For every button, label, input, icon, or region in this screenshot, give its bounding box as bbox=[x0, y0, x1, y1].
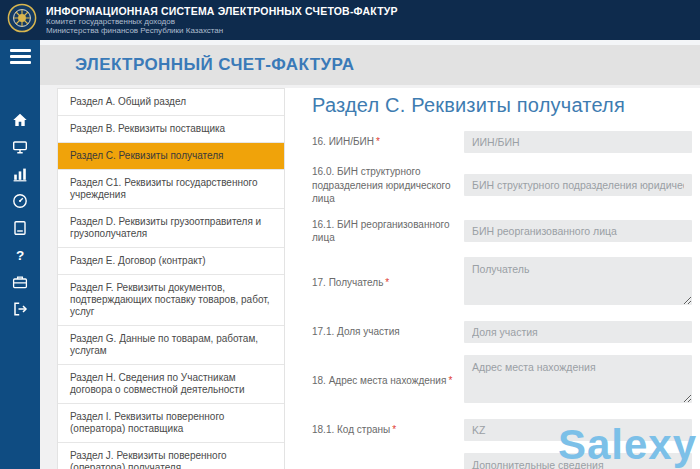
menu-item[interactable]: Раздел F. Реквизиты документов, подтверж… bbox=[58, 274, 284, 325]
form-title: Раздел C. Реквизиты получателя bbox=[312, 94, 692, 117]
monitor-icon[interactable] bbox=[12, 139, 28, 155]
form-row: 16. ИИН/БИН* bbox=[312, 131, 692, 153]
sidebar-icon-stack: ? bbox=[0, 112, 40, 317]
menu-item[interactable]: Раздел H. Сведения по Участникам договор… bbox=[58, 364, 284, 403]
form-row: 19. Дополнительные сведения bbox=[312, 453, 692, 469]
hamburger-menu-icon[interactable] bbox=[10, 49, 31, 64]
menu-item[interactable]: Раздел I. Реквизиты поверенного (операто… bbox=[58, 403, 284, 442]
field-label: 16.0. БИН структурного подразделения юри… bbox=[312, 165, 464, 206]
field-label: 17. Получатель* bbox=[312, 276, 464, 290]
menu-item[interactable]: Раздел J. Реквизиты поверенного (операто… bbox=[58, 442, 284, 469]
menu-item-label: Раздел F. Реквизиты документов, подтверж… bbox=[70, 282, 269, 317]
menu-item-label: Раздел C1. Реквизиты государственного уч… bbox=[70, 177, 258, 200]
menu-item-label: Раздел G. Данные по товарам, работам, ус… bbox=[70, 333, 258, 356]
home-icon[interactable] bbox=[12, 112, 28, 128]
state-emblem-logo bbox=[7, 3, 37, 37]
header-text-block: ИНФОРМАЦИОННАЯ СИСТЕМА ЭЛЕКТРОННЫХ СЧЕТО… bbox=[46, 5, 398, 35]
menu-item[interactable]: Раздел A. Общий раздел bbox=[58, 89, 284, 115]
form-rows: 16. ИИН/БИН* 16.0. БИН структурного подр… bbox=[312, 131, 692, 469]
sidebar: ? bbox=[0, 40, 40, 469]
menu-item[interactable]: Раздел B. Реквизиты поставщика bbox=[58, 115, 284, 142]
field-label: 17.1. Доля участия bbox=[312, 325, 464, 339]
journal-icon[interactable] bbox=[12, 220, 28, 236]
required-asterisk: * bbox=[392, 424, 396, 435]
menu-item[interactable]: Раздел G. Данные по товарам, работам, ус… bbox=[58, 325, 284, 364]
field-label: 16.1. БИН реорганизованного лица bbox=[312, 218, 464, 245]
field-control bbox=[464, 419, 692, 441]
system-subtitle-1: Комитет государственных доходов bbox=[46, 17, 398, 26]
field-control bbox=[464, 131, 692, 153]
page-title-band: ЭЛЕКТРОННЫЙ СЧЕТ-ФАКТУРА bbox=[40, 45, 700, 85]
menu-item-label: Раздел A. Общий раздел bbox=[70, 96, 186, 107]
field-control bbox=[464, 257, 692, 309]
field-16.1-input[interactable] bbox=[464, 220, 692, 242]
field-16.0-input[interactable] bbox=[464, 174, 692, 196]
required-asterisk: * bbox=[385, 277, 389, 288]
form-row: 18. Адрес места нахождения* bbox=[312, 355, 692, 407]
field-control bbox=[464, 355, 692, 407]
logout-icon[interactable] bbox=[12, 301, 28, 317]
section-menu: Раздел A. Общий раздел Раздел B. Реквизи… bbox=[57, 88, 285, 469]
menu-item-label: Раздел B. Реквизиты поставщика bbox=[70, 123, 225, 134]
field-18.1-input[interactable] bbox=[464, 419, 692, 441]
speedometer-icon[interactable] bbox=[12, 193, 28, 209]
field-19-textarea[interactable] bbox=[464, 453, 692, 469]
field-control bbox=[464, 321, 692, 343]
content-area: Раздел A. Общий раздел Раздел B. Реквизи… bbox=[40, 85, 700, 469]
field-control bbox=[464, 453, 692, 469]
menu-item-label: Раздел D. Реквизиты грузоотправителя и г… bbox=[70, 216, 261, 239]
menu-item[interactable]: Раздел C1. Реквизиты государственного уч… bbox=[58, 169, 284, 208]
main-area: ЭЛЕКТРОННЫЙ СЧЕТ-ФАКТУРА Раздел A. Общий… bbox=[40, 40, 700, 469]
help-icon[interactable]: ? bbox=[12, 247, 28, 263]
field-control bbox=[464, 174, 692, 196]
system-title: ИНФОРМАЦИОННАЯ СИСТЕМА ЭЛЕКТРОННЫХ СЧЕТО… bbox=[46, 5, 398, 17]
field-label: 18. Адрес места нахождения* bbox=[312, 374, 464, 388]
system-subtitle-2: Министерства финансов Республики Казахст… bbox=[46, 26, 398, 35]
form-row: 16.1. БИН реорганизованного лица bbox=[312, 218, 692, 245]
form-panel: Раздел C. Реквизиты получателя 16. ИИН/Б… bbox=[285, 88, 700, 469]
form-row: 18.1. Код страны* bbox=[312, 419, 692, 441]
field-17-textarea[interactable] bbox=[464, 257, 692, 305]
required-asterisk: * bbox=[448, 375, 452, 386]
field-18-textarea[interactable] bbox=[464, 355, 692, 403]
svg-text:?: ? bbox=[16, 247, 24, 262]
form-row: 17.1. Доля участия bbox=[312, 321, 692, 343]
form-row: 17. Получатель* bbox=[312, 257, 692, 309]
field-17.1-input[interactable] bbox=[464, 321, 692, 343]
form-row: 16.0. БИН структурного подразделения юри… bbox=[312, 165, 692, 206]
bar-chart-icon[interactable] bbox=[12, 166, 28, 182]
field-16-input[interactable] bbox=[464, 131, 692, 153]
app-header: ИНФОРМАЦИОННАЯ СИСТЕМА ЭЛЕКТРОННЫХ СЧЕТО… bbox=[0, 0, 700, 40]
field-label: 16. ИИН/БИН* bbox=[312, 135, 464, 149]
menu-item-label: Раздел H. Сведения по Участникам договор… bbox=[70, 372, 245, 395]
menu-item-label: Раздел J. Реквизиты поверенного (операто… bbox=[70, 450, 227, 469]
required-asterisk: * bbox=[376, 136, 380, 147]
page-title: ЭЛЕКТРОННЫЙ СЧЕТ-ФАКТУРА bbox=[75, 55, 354, 75]
menu-item-label: Раздел C. Реквизиты получателя bbox=[70, 150, 223, 161]
menu-item-label: Раздел I. Реквизиты поверенного (операто… bbox=[70, 411, 224, 434]
menu-item[interactable]: Раздел E. Договор (контракт) bbox=[58, 247, 284, 274]
field-control bbox=[464, 220, 692, 242]
field-label: 18.1. Код страны* bbox=[312, 423, 464, 437]
briefcase-icon[interactable] bbox=[12, 274, 28, 290]
menu-item-active[interactable]: Раздел C. Реквизиты получателя bbox=[58, 142, 284, 169]
menu-item-label: Раздел E. Договор (контракт) bbox=[70, 255, 206, 266]
menu-item[interactable]: Раздел D. Реквизиты грузоотправителя и г… bbox=[58, 208, 284, 247]
